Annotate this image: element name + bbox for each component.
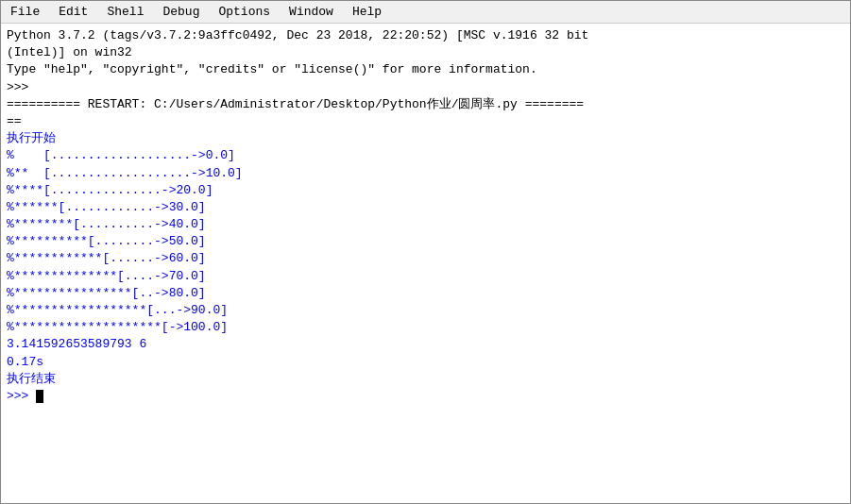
shell-line: %************[......->60.0]: [7, 250, 844, 267]
shell-line: %********************[->100.0]: [7, 319, 844, 336]
shell-output[interactable]: Python 3.7.2 (tags/v3.7.2:9a3ffc0492, De…: [1, 24, 850, 503]
shell-line: 执行结束: [7, 371, 844, 388]
shell-line: (Intel)] on win32: [7, 44, 844, 61]
menu-edit[interactable]: Edit: [53, 3, 94, 21]
shell-line: %******************[...->90.0]: [7, 302, 844, 319]
shell-line: >>>: [7, 79, 844, 96]
shell-line: %** [...................->10.0]: [7, 165, 844, 182]
shell-line: %**************[....->70.0]: [7, 268, 844, 285]
shell-line: % [...................->0.0]: [7, 147, 844, 164]
shell-line: Type "help", "copyright", "credits" or "…: [7, 61, 844, 78]
menu-help[interactable]: Help: [347, 3, 387, 21]
shell-line: 3.141592653589793 6: [7, 336, 844, 353]
shell-line: Python 3.7.2 (tags/v3.7.2:9a3ffc0492, De…: [7, 27, 844, 44]
shell-line: ========== RESTART: C:/Users/Administrat…: [7, 96, 844, 113]
menu-debug[interactable]: Debug: [157, 3, 205, 21]
shell-line: %**********[........->50.0]: [7, 233, 844, 250]
shell-line: ==: [7, 113, 844, 130]
shell-line: %****************[..->80.0]: [7, 285, 844, 302]
cursor-blink: [36, 390, 43, 403]
shell-line: 执行开始: [7, 130, 844, 147]
idle-window: File Edit Shell Debug Options Window Hel…: [0, 0, 851, 504]
menu-shell[interactable]: Shell: [101, 3, 149, 21]
shell-line: 0.17s: [7, 354, 844, 371]
shell-line: %******[............->30.0]: [7, 199, 844, 216]
menu-options[interactable]: Options: [213, 3, 276, 21]
menu-window[interactable]: Window: [283, 3, 339, 21]
shell-line: >>>: [7, 388, 844, 405]
shell-line: %****[...............->20.0]: [7, 182, 844, 199]
shell-line: %********[..........->40.0]: [7, 216, 844, 233]
menu-file[interactable]: File: [5, 3, 45, 21]
menubar: File Edit Shell Debug Options Window Hel…: [1, 1, 850, 24]
